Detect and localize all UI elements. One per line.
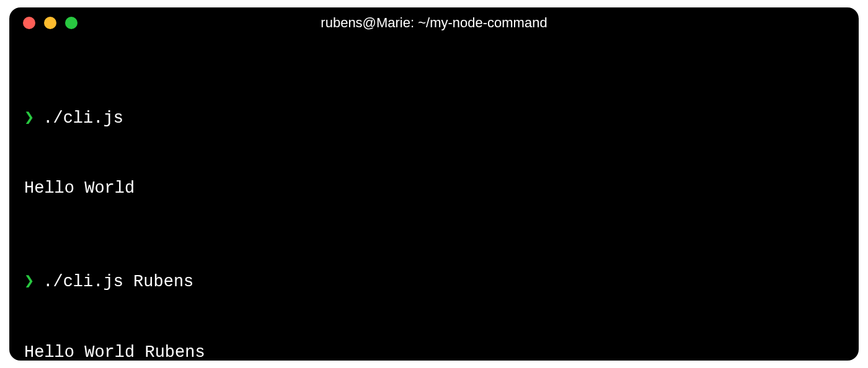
close-icon[interactable] xyxy=(23,17,35,29)
terminal-body[interactable]: ❯ ./cli.js Hello World ❯ ./cli.js Rubens… xyxy=(9,38,859,361)
maximize-icon[interactable] xyxy=(65,17,78,29)
prompt-symbol: ❯ xyxy=(24,107,34,131)
output-line: Hello World xyxy=(24,177,844,201)
command-text: ./cli.js xyxy=(43,107,123,131)
title-bar: rubens@Marie: ~/my-node-command xyxy=(9,7,859,38)
window-title: rubens@Marie: ~/my-node-command xyxy=(321,15,547,31)
command-line: ❯ ./cli.js xyxy=(24,107,844,131)
traffic-lights xyxy=(23,17,78,29)
command-line: ❯ ./cli.js Rubens xyxy=(24,271,844,294)
command-text: ./cli.js Rubens xyxy=(43,271,193,294)
terminal-window: rubens@Marie: ~/my-node-command ❯ ./cli.… xyxy=(9,7,859,361)
minimize-icon[interactable] xyxy=(44,17,56,29)
output-line: Hello World Rubens xyxy=(24,341,844,361)
prompt-symbol: ❯ xyxy=(24,271,34,294)
